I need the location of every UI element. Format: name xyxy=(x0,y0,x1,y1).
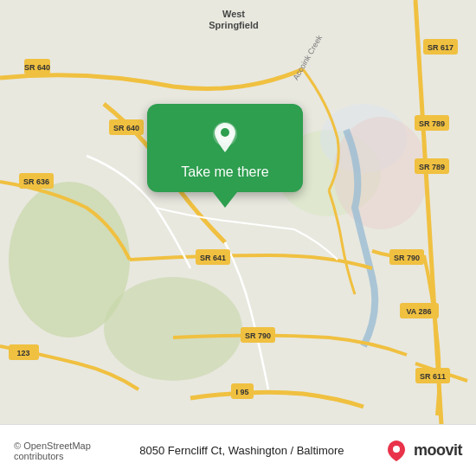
svg-text:SR 789: SR 789 xyxy=(419,163,445,171)
svg-text:SR 636: SR 636 xyxy=(23,177,49,186)
address-text: 8050 Ferncliff Ct, Washington / Baltimor… xyxy=(139,444,377,457)
copyright-text: © OpenStreetMap contributors xyxy=(14,441,132,461)
svg-text:SR 790: SR 790 xyxy=(394,254,420,262)
location-popup: Take me there xyxy=(138,104,312,208)
moovit-logo: moovit xyxy=(384,439,462,463)
moovit-pin-icon xyxy=(384,439,408,463)
svg-text:SR 617: SR 617 xyxy=(428,43,453,52)
svg-point-38 xyxy=(221,128,229,137)
map-container: SR 640 SR 617 SR 640 SR 789 SR 789 SR 63… xyxy=(0,0,476,424)
svg-text:SR 790: SR 790 xyxy=(245,331,271,340)
popup-bubble: Take me there xyxy=(147,104,303,192)
svg-text:I 95: I 95 xyxy=(235,388,248,396)
svg-text:SR 789: SR 789 xyxy=(419,119,445,128)
svg-text:Springfield: Springfield xyxy=(209,20,258,30)
moovit-brand-text: moovit xyxy=(414,441,462,460)
map-pin-icon xyxy=(206,119,244,158)
svg-text:West: West xyxy=(222,9,245,19)
svg-text:SR 640: SR 640 xyxy=(24,63,50,72)
svg-text:VA 286: VA 286 xyxy=(406,307,431,316)
popup-triangle xyxy=(213,192,237,208)
svg-text:SR 640: SR 640 xyxy=(113,124,139,132)
take-me-there-button[interactable]: Take me there xyxy=(181,164,268,180)
svg-text:SR 641: SR 641 xyxy=(200,254,226,262)
bottom-bar: © OpenStreetMap contributors 8050 Ferncl… xyxy=(0,424,476,476)
svg-point-39 xyxy=(393,446,400,453)
svg-text:123: 123 xyxy=(16,349,29,357)
svg-point-2 xyxy=(104,277,242,381)
svg-text:SR 611: SR 611 xyxy=(420,372,446,381)
